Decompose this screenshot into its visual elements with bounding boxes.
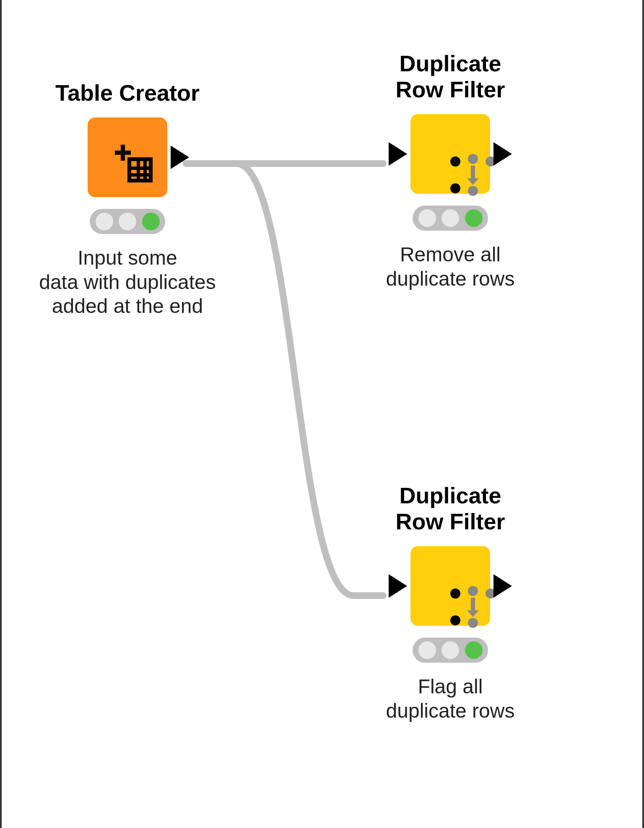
status-dot-yellow <box>441 641 459 659</box>
status-dot-red <box>418 641 436 659</box>
status-dot-green <box>465 209 483 227</box>
node-title: Table Creator <box>55 80 200 106</box>
node-body[interactable] <box>88 117 167 197</box>
node-title: Duplicate Row Filter <box>395 482 505 534</box>
input-port[interactable] <box>389 142 407 166</box>
status-dot-red <box>418 209 436 227</box>
output-port[interactable] <box>493 142 512 166</box>
status-indicator <box>413 206 488 231</box>
node-body[interactable] <box>410 546 490 626</box>
status-dot-green <box>465 641 483 659</box>
workflow-canvas[interactable]: { "nodes": { "table_creator": { "title":… <box>0 0 644 828</box>
output-port[interactable] <box>493 574 512 598</box>
connection-2 <box>203 164 383 596</box>
status-indicator <box>413 638 488 663</box>
node-description: Remove all duplicate rows <box>386 242 515 291</box>
node-description: Flag all duplicate rows <box>386 674 515 723</box>
output-port[interactable] <box>171 146 189 169</box>
status-dot-green <box>142 213 160 230</box>
status-dot-yellow <box>119 213 136 230</box>
input-port[interactable] <box>389 574 407 598</box>
node-duplicate-filter-flag[interactable]: Duplicate Row Filter Flag all duplicate … <box>366 482 534 723</box>
node-title: Duplicate Row Filter <box>395 50 505 102</box>
status-indicator <box>90 209 165 234</box>
node-table-creator[interactable]: Table Creator Input some data with dupli… <box>44 80 211 318</box>
status-dot-red <box>96 213 113 230</box>
node-description: Input some data with duplicates added at… <box>39 246 216 318</box>
node-body[interactable] <box>410 114 490 194</box>
node-duplicate-filter-remove[interactable]: Duplicate Row Filter Remove all duplicat… <box>366 50 534 291</box>
status-dot-yellow <box>441 209 459 227</box>
